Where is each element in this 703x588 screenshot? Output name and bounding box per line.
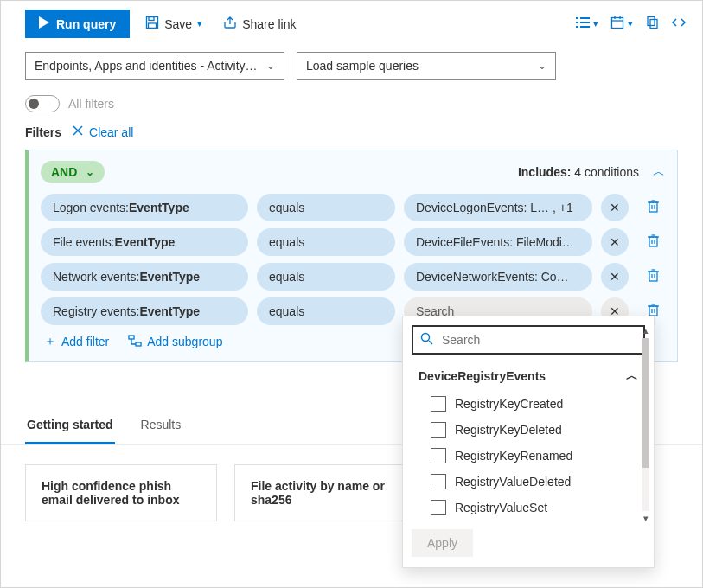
apply-label: Apply bbox=[427, 536, 457, 550]
operator-pill[interactable]: equals bbox=[257, 194, 395, 221]
delete-row-button[interactable] bbox=[641, 199, 665, 216]
collapse-panel-button[interactable]: ︿ bbox=[653, 164, 665, 180]
svg-rect-15 bbox=[650, 20, 657, 29]
svg-point-40 bbox=[422, 334, 430, 342]
field-pill[interactable]: Network events: EventType bbox=[41, 263, 248, 291]
popover-search-input[interactable] bbox=[440, 332, 636, 348]
svg-rect-33 bbox=[649, 306, 657, 316]
scope-value: Endpoints, Apps and identities - Activit… bbox=[35, 59, 258, 73]
play-icon bbox=[39, 16, 49, 31]
includes-count: 4 conditions bbox=[574, 165, 639, 179]
svg-line-41 bbox=[429, 341, 432, 344]
operator-label: AND bbox=[51, 165, 77, 179]
operator-chip[interactable]: AND ⌄ bbox=[41, 161, 105, 183]
apply-button[interactable]: Apply bbox=[412, 529, 473, 557]
scroll-up-icon[interactable]: ▴ bbox=[643, 325, 649, 336]
close-icon bbox=[72, 125, 84, 139]
date-range-button[interactable]: ▾ bbox=[610, 16, 633, 32]
list-view-button[interactable]: ▾ bbox=[576, 16, 598, 32]
value-pill[interactable]: DeviceFileEvents: FileModi… bbox=[404, 228, 592, 256]
run-query-label: Run query bbox=[56, 17, 116, 31]
add-subgroup-button[interactable]: Add subgroup bbox=[128, 334, 222, 349]
field-pill[interactable]: File events: EventType bbox=[41, 228, 248, 256]
share-icon bbox=[223, 16, 237, 32]
delete-row-button[interactable] bbox=[641, 268, 665, 285]
condition-row: Network events: EventType equals DeviceN… bbox=[41, 263, 665, 291]
delete-row-button[interactable] bbox=[641, 233, 665, 251]
checkbox[interactable] bbox=[431, 474, 446, 489]
svg-rect-2 bbox=[149, 17, 154, 21]
scroll-track[interactable] bbox=[642, 338, 649, 511]
chevron-down-icon: ⌄ bbox=[86, 166, 94, 178]
clear-all-button[interactable]: Clear all bbox=[72, 125, 133, 139]
scroll-thumb[interactable] bbox=[642, 338, 649, 468]
trash-icon bbox=[647, 235, 660, 250]
add-subgroup-label: Add subgroup bbox=[147, 335, 222, 348]
option-row[interactable]: RegistryKeyRenamed bbox=[412, 443, 645, 469]
option-label: RegistryValueSet bbox=[455, 501, 547, 514]
clear-value-button[interactable]: ✕ bbox=[601, 228, 629, 256]
svg-rect-7 bbox=[580, 22, 590, 23]
operator-pill[interactable]: equals bbox=[257, 297, 395, 325]
chevron-down-icon: ⌄ bbox=[266, 60, 275, 72]
toolbar: Run query Save ▾ Share link ▾ ▾ bbox=[1, 1, 702, 47]
option-row[interactable]: RegistryValueSet bbox=[412, 495, 645, 521]
condition-row: File events: EventType equals DeviceFile… bbox=[41, 228, 665, 256]
includes-summary: Includes: 4 conditions bbox=[518, 165, 639, 179]
svg-rect-28 bbox=[649, 272, 657, 281]
scroll-down-icon[interactable]: ▾ bbox=[643, 513, 649, 524]
code-view-button[interactable] bbox=[671, 16, 687, 32]
copy-query-button[interactable] bbox=[645, 16, 659, 32]
svg-rect-38 bbox=[129, 336, 134, 339]
scope-dropdown[interactable]: Endpoints, Apps and identities - Activit… bbox=[25, 52, 284, 80]
popover-group-title: DeviceRegistryEvents bbox=[419, 369, 546, 383]
option-row[interactable]: RegistryValueDeleted bbox=[412, 469, 645, 495]
all-filters-label: All filters bbox=[68, 97, 114, 111]
value-pill[interactable]: DeviceLogonEvents: L… , +1 bbox=[404, 194, 592, 221]
svg-rect-8 bbox=[576, 26, 578, 28]
option-label: RegistryValueDeleted bbox=[455, 475, 571, 489]
clear-value-button[interactable]: ✕ bbox=[601, 263, 629, 291]
operator-pill[interactable]: equals bbox=[257, 263, 395, 291]
close-icon: ✕ bbox=[610, 201, 620, 214]
add-filter-button[interactable]: ＋ Add filter bbox=[44, 334, 109, 349]
share-link-button[interactable]: Share link bbox=[218, 10, 301, 37]
option-row[interactable]: RegistryKeyCreated bbox=[412, 391, 645, 417]
option-row[interactable]: RegistryKeyDeleted bbox=[412, 417, 645, 443]
save-button[interactable]: Save ▾ bbox=[140, 10, 208, 37]
code-icon bbox=[671, 18, 687, 32]
svg-rect-18 bbox=[649, 202, 657, 212]
svg-rect-3 bbox=[149, 23, 157, 29]
copy-icon bbox=[645, 18, 659, 32]
save-icon bbox=[145, 16, 159, 32]
operator-pill[interactable]: equals bbox=[257, 228, 395, 256]
run-query-button[interactable]: Run query bbox=[25, 10, 130, 38]
clear-value-button[interactable]: ✕ bbox=[601, 194, 629, 221]
toolbar-right: ▾ ▾ bbox=[576, 16, 687, 32]
all-filters-row: All filters bbox=[1, 88, 702, 119]
all-filters-toggle[interactable] bbox=[25, 95, 60, 112]
popover-scrollbar[interactable]: ▴ ▾ bbox=[640, 325, 652, 524]
chevron-down-icon: ▾ bbox=[197, 18, 202, 29]
tab-getting-started[interactable]: Getting started bbox=[25, 409, 115, 444]
value-pill[interactable]: DeviceNetworkEvents: Co… bbox=[404, 263, 592, 291]
query-card[interactable]: File activity by name or sha256 bbox=[234, 464, 426, 521]
close-icon: ✕ bbox=[610, 235, 620, 249]
sample-queries-dropdown[interactable]: Load sample queries ⌄ bbox=[297, 52, 556, 80]
chevron-up-icon: ︿ bbox=[626, 368, 638, 384]
popover-search[interactable] bbox=[412, 325, 645, 355]
save-label: Save bbox=[164, 17, 192, 31]
field-pill[interactable]: Logon events: EventType bbox=[41, 194, 248, 221]
card-title: File activity by name or sha256 bbox=[251, 479, 385, 507]
checkbox[interactable] bbox=[431, 396, 446, 412]
option-label: RegistryKeyRenamed bbox=[455, 449, 572, 463]
svg-rect-5 bbox=[580, 17, 590, 19]
query-card[interactable]: High confidence phish email delivered to… bbox=[25, 464, 217, 521]
checkbox[interactable] bbox=[431, 448, 446, 463]
field-pill[interactable]: Registry events: EventType bbox=[41, 297, 248, 325]
checkbox[interactable] bbox=[431, 500, 446, 515]
add-filter-label: Add filter bbox=[61, 335, 109, 348]
checkbox[interactable] bbox=[431, 422, 446, 438]
tab-results[interactable]: Results bbox=[139, 409, 183, 444]
popover-group-header[interactable]: DeviceRegistryEvents ︿ bbox=[412, 365, 645, 391]
